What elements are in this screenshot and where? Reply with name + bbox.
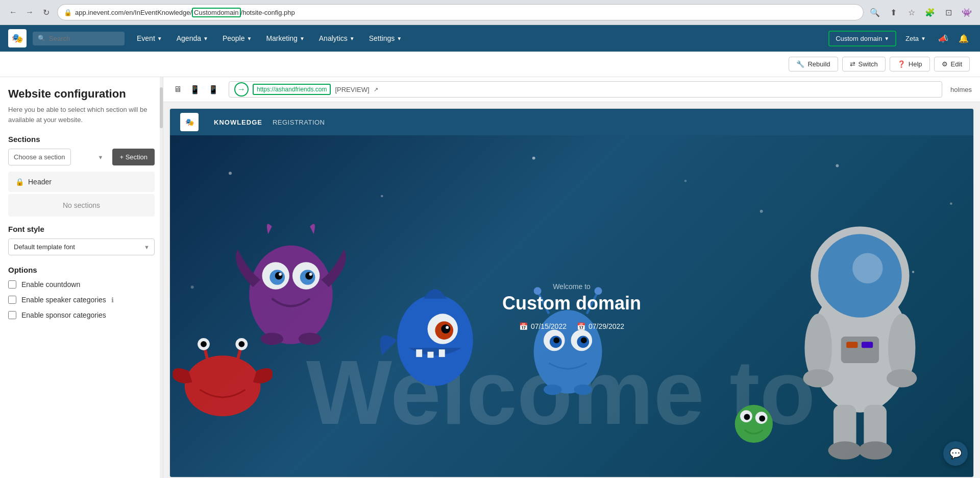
hero-section: Welcome to <box>170 135 973 477</box>
hero-title: Custom domain <box>502 293 641 314</box>
website-preview: 🎭 KNOWLEDGE REGISTRATION <box>169 108 974 477</box>
bell-icon[interactable]: 🔔 <box>955 31 972 46</box>
font-select[interactable]: Default template font <box>8 238 155 255</box>
svg-point-46 <box>553 337 559 343</box>
section-select-wrapper: Choose a section ▼ <box>8 149 108 165</box>
tablet-view-button[interactable]: 📱 <box>188 83 202 97</box>
nav-settings[interactable]: Settings ▼ <box>363 30 408 46</box>
edit-button[interactable]: ⚙ Edit <box>934 57 970 71</box>
section-select[interactable]: Choose a section <box>8 149 71 165</box>
url-go-button[interactable]: → <box>234 82 249 97</box>
preview-url-text: https://ashandfriends.com <box>253 84 331 95</box>
rebuild-label: Rebuild <box>807 60 830 68</box>
nav-agenda[interactable]: Agenda ▼ <box>170 30 214 46</box>
svg-point-11 <box>249 246 333 344</box>
split-view-action[interactable]: ⊡ <box>941 5 955 19</box>
section-select-arrow: ▼ <box>98 154 104 160</box>
forward-button[interactable]: → <box>22 5 37 19</box>
rebuild-icon: 🔧 <box>796 60 804 68</box>
extensions-action[interactable]: 🧩 <box>923 5 937 19</box>
bookmark-action[interactable]: ☆ <box>904 5 919 19</box>
calendar-end-icon: 📅 <box>577 322 585 330</box>
preview-nav-title: KNOWLEDGE <box>214 118 262 126</box>
chat-button[interactable]: 💬 <box>943 441 968 466</box>
svg-rect-64 <box>862 342 873 348</box>
nav-event[interactable]: Event ▼ <box>131 30 168 46</box>
preview-logo: 🎭 <box>180 113 199 131</box>
enable-speaker-categories-checkbox[interactable] <box>8 296 16 304</box>
hero-content: Welcome to Custom domain 📅 07/15/2022 📅 … <box>502 282 641 330</box>
svg-point-7 <box>760 210 763 213</box>
search-input[interactable] <box>33 32 125 45</box>
help-button[interactable]: ❓ Help <box>890 57 930 71</box>
svg-point-69 <box>759 416 765 422</box>
switch-button[interactable]: ⇄ Switch <box>842 57 886 71</box>
user-menu[interactable]: Zeta ▼ <box>900 32 931 45</box>
start-date-text: 07/15/2022 <box>531 322 567 330</box>
nav-people[interactable]: People ▼ <box>216 30 258 46</box>
svg-point-49 <box>574 385 592 395</box>
nav-marketing[interactable]: Marketing ▼ <box>260 30 310 46</box>
url-highlight: Customdomain <box>192 8 240 17</box>
address-bar[interactable]: 🔒 app.inevent.com/en/InEventKnowledge/Cu… <box>57 4 864 20</box>
svg-point-2 <box>532 157 535 160</box>
no-sections-message: No sections <box>8 194 155 217</box>
url-suffix: /hotsite-config.php <box>241 9 295 16</box>
end-date-text: 07/29/2022 <box>589 322 624 330</box>
svg-point-18 <box>279 273 282 276</box>
edit-icon: ⚙ <box>942 60 948 68</box>
preview-url-bar: → https://ashandfriends.com [PREVIEW] ↗ <box>229 81 942 98</box>
rebuild-button[interactable]: 🔧 Rebuild <box>789 57 838 71</box>
desktop-view-button[interactable]: 🖥 <box>172 83 184 96</box>
top-nav: 🎭 🔍 Event ▼ Agenda ▼ People ▼ Marketing … <box>0 25 980 52</box>
svg-point-61 <box>859 441 892 460</box>
browser-nav-buttons: ← → ↻ <box>6 5 53 19</box>
help-icon: ❓ <box>897 60 905 68</box>
svg-point-68 <box>744 414 750 420</box>
svg-rect-35 <box>428 352 434 358</box>
preview-nav-registration[interactable]: REGISTRATION <box>273 118 325 126</box>
scrollbar-track <box>160 77 163 478</box>
search-action[interactable]: 🔍 <box>868 5 882 19</box>
svg-point-19 <box>309 273 312 276</box>
mobile-view-button[interactable]: 📱 <box>206 83 220 97</box>
browser-chrome: ← → ↻ 🔒 app.inevent.com/en/InEventKnowle… <box>0 0 980 25</box>
switch-icon: ⇄ <box>850 60 855 68</box>
nav-logo: 🎭 <box>8 29 27 47</box>
enable-countdown-checkbox[interactable] <box>8 280 16 289</box>
url-prefix: app.inevent.com/en/InEventKnowledge/ <box>75 9 192 16</box>
svg-rect-36 <box>439 349 445 357</box>
reload-button[interactable]: ↻ <box>39 5 53 19</box>
back-button[interactable]: ← <box>6 5 20 19</box>
custom-domain-chevron: ▼ <box>884 36 889 41</box>
share-action[interactable]: ⬆ <box>886 5 900 19</box>
no-sections-text: No sections <box>63 201 100 209</box>
browser-actions: 🔍 ⬆ ☆ 🧩 ⊡ 👾 <box>868 5 974 19</box>
svg-point-3 <box>684 180 687 182</box>
header-section-item[interactable]: 🔒 Header <box>8 172 155 192</box>
svg-point-0 <box>229 172 232 175</box>
info-icon[interactable]: ℹ <box>111 296 114 304</box>
add-section-button[interactable]: + Section <box>112 149 155 165</box>
user-chevron: ▼ <box>921 36 926 41</box>
preview-link-text[interactable]: [PREVIEW] <box>335 86 369 93</box>
custom-domain-button[interactable]: Custom domain ▼ <box>828 31 896 46</box>
svg-point-21 <box>299 333 322 345</box>
enable-countdown-label: Enable countdown <box>21 280 80 289</box>
svg-point-20 <box>260 333 283 345</box>
svg-point-32 <box>441 324 450 333</box>
left-sidebar: Website configuration Here you be able t… <box>0 77 163 478</box>
section-controls: Choose a section ▼ + Section <box>8 149 155 165</box>
svg-rect-62 <box>841 337 879 363</box>
megaphone-icon[interactable]: 📣 <box>935 31 951 46</box>
font-style-label: Font style <box>8 225 155 233</box>
sections-label: Sections <box>8 135 155 144</box>
nav-analytics[interactable]: Analytics ▼ <box>313 30 361 46</box>
device-icons: 🖥 📱 📱 <box>172 83 220 97</box>
user-action[interactable]: 👾 <box>960 5 974 19</box>
sidebar-description: Here you be able to select which section… <box>8 105 155 125</box>
enable-sponsor-categories-checkbox[interactable] <box>8 311 16 319</box>
toolbar: 🔧 Rebuild ⇄ Switch ❓ Help ⚙ Edit <box>0 52 980 77</box>
preview-nav: 🎭 KNOWLEDGE REGISTRATION <box>170 109 973 135</box>
scrollbar-thumb[interactable] <box>160 87 163 128</box>
